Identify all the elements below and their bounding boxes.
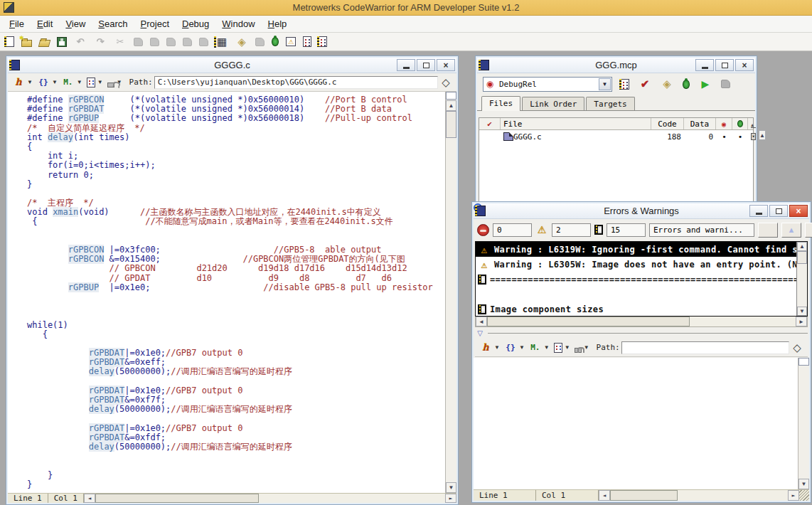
hscroll-track[interactable] — [259, 494, 445, 503]
path-field[interactable] — [154, 76, 438, 89]
undo-icon[interactable] — [74, 36, 87, 48]
table-header[interactable]: File Code Data — [479, 118, 753, 130]
dropdown-arrow-icon[interactable]: ▼ — [52, 79, 58, 85]
close-button[interactable]: × — [735, 59, 754, 71]
table-scroll-up-icon[interactable]: ▲ — [759, 130, 766, 140]
braces-popup-icon[interactable] — [504, 341, 517, 354]
tab-files[interactable]: Files — [481, 96, 520, 111]
editor-title-bar[interactable]: GGGG.c × — [8, 58, 456, 73]
header-popup-icon[interactable] — [479, 341, 492, 354]
menu-item-debug[interactable]: Debug — [176, 16, 215, 31]
message-row[interactable]: Warning : L6305W: Image does not have an… — [476, 257, 796, 272]
new-project-icon[interactable] — [21, 40, 32, 47]
maximize-button[interactable] — [417, 59, 435, 71]
scroll-thumb[interactable] — [797, 251, 807, 264]
file-column-header[interactable]: File — [501, 118, 651, 129]
debug-icon[interactable] — [683, 80, 690, 89]
menu-item-help[interactable]: Help — [262, 16, 294, 31]
errors-title-bar[interactable]: Errors & Warnings × — [474, 203, 809, 219]
path-field[interactable] — [621, 341, 789, 354]
dropdown-arrow-icon[interactable]: ▼ — [97, 79, 103, 85]
pane-collapse-control[interactable] — [475, 329, 808, 337]
hscroll-right-icon[interactable]: ► — [796, 317, 807, 326]
find-next-icon[interactable] — [183, 38, 192, 46]
markers-popup-icon[interactable] — [529, 341, 542, 354]
scroll-down-icon[interactable]: ▼ — [798, 479, 809, 489]
target-dropdown[interactable]: DebugRel ▼ — [483, 77, 612, 92]
scroll-down-icon[interactable]: ▼ — [797, 307, 807, 316]
message-filter[interactable]: Errors and warni... — [649, 223, 754, 237]
dropdown-arrow-icon[interactable]: ▼ — [544, 344, 550, 351]
close-button[interactable]: × — [789, 205, 808, 217]
code-editor[interactable]: #define rGPBCON (*(volatile unsigned *)0… — [8, 92, 445, 493]
collapse-triangle-icon[interactable] — [475, 329, 485, 336]
editor-vscrollbar[interactable]: ▲ ▼ — [445, 92, 456, 493]
hscroll-thumb[interactable] — [487, 317, 690, 326]
message-row[interactable]: Warning : L6319W: Ignoring -first comman… — [476, 242, 796, 257]
scroll-up-icon[interactable]: ▲ — [797, 242, 807, 251]
redo-icon[interactable] — [94, 36, 107, 48]
hscroll-thumb[interactable] — [610, 490, 678, 501]
menu-item-edit[interactable]: Edit — [31, 16, 59, 31]
dropdown-arrow-icon[interactable]: ▼ — [565, 344, 570, 351]
target-settings-icon[interactable] — [319, 36, 327, 47]
message-row[interactable]: Image component sizes — [476, 302, 796, 316]
grid-window-icon[interactable] — [215, 36, 228, 48]
dropdown-arrow-icon[interactable]: ▼ — [584, 344, 589, 351]
minimize-button[interactable] — [397, 59, 415, 71]
pane-splitter-box[interactable] — [798, 358, 809, 366]
messages-hscrollbar[interactable]: ◄ ► — [475, 317, 808, 327]
replace-icon[interactable] — [199, 38, 208, 46]
scroll-thumb[interactable] — [446, 111, 456, 138]
lock-closed-icon[interactable] — [575, 348, 582, 353]
sort-icon[interactable] — [751, 119, 756, 128]
minimize-button[interactable] — [749, 205, 768, 217]
menu-item-window[interactable]: Window — [215, 16, 261, 31]
message-row[interactable] — [476, 287, 796, 302]
code-column-header[interactable]: Code — [651, 118, 684, 129]
data-column-header[interactable]: Data — [684, 118, 716, 129]
version-popup-icon[interactable] — [554, 343, 562, 353]
detail-vscrollbar[interactable]: ▼ — [798, 358, 809, 489]
dropdown-arrow-icon[interactable]: ▼ — [599, 78, 611, 90]
version-popup-icon[interactable] — [87, 78, 95, 87]
inspector-icon[interactable] — [721, 80, 730, 88]
tab-link-order[interactable]: Link Order — [522, 97, 584, 110]
clean-icon[interactable] — [661, 78, 673, 90]
run-icon[interactable] — [699, 78, 712, 90]
messages-vscrollbar[interactable]: ▲ ▼ — [796, 242, 807, 316]
row-popup-icon[interactable] — [751, 133, 756, 140]
message-window-icon[interactable] — [286, 37, 296, 46]
open-folder-icon[interactable] — [38, 40, 50, 47]
markers-popup-icon[interactable] — [62, 76, 75, 89]
braces-popup-icon[interactable] — [37, 76, 50, 89]
hscroll-thumb[interactable] — [95, 494, 259, 503]
target-settings-icon[interactable] — [621, 79, 629, 90]
vcs-diamond-icon[interactable] — [439, 76, 452, 89]
menu-item-view[interactable]: View — [59, 16, 92, 31]
hscroll-left-icon[interactable]: ◄ — [599, 490, 610, 501]
minimize-button[interactable] — [695, 59, 714, 71]
new-file-icon[interactable] — [6, 36, 14, 47]
copy-icon[interactable] — [134, 38, 143, 46]
scroll-down-icon[interactable]: ▼ — [446, 482, 456, 493]
find-in-messages-button[interactable] — [758, 223, 778, 238]
resize-grip[interactable] — [799, 490, 809, 501]
menu-item-project[interactable]: Project — [134, 16, 176, 31]
next-message-button[interactable] — [805, 223, 812, 238]
hscroll-left-icon[interactable]: ◄ — [84, 494, 95, 503]
clean-icon[interactable] — [235, 36, 248, 48]
message-detail-pane[interactable]: ▼ — [474, 358, 809, 489]
row-popup-cell[interactable] — [748, 130, 759, 143]
dropdown-arrow-icon[interactable]: ▼ — [27, 79, 33, 85]
close-button[interactable]: × — [437, 59, 455, 71]
project-title-bar[interactable]: GGG.mcp × — [477, 58, 755, 73]
header-popup-icon[interactable] — [12, 76, 25, 89]
save-icon[interactable] — [57, 37, 67, 47]
cut-icon[interactable] — [114, 36, 127, 48]
maximize-button[interactable] — [769, 205, 788, 217]
dropdown-arrow-icon[interactable]: ▼ — [494, 344, 500, 351]
vcs-diamond-icon[interactable] — [791, 341, 803, 354]
make-icon[interactable] — [639, 78, 651, 90]
dropdown-arrow-icon[interactable]: ▼ — [519, 344, 525, 351]
